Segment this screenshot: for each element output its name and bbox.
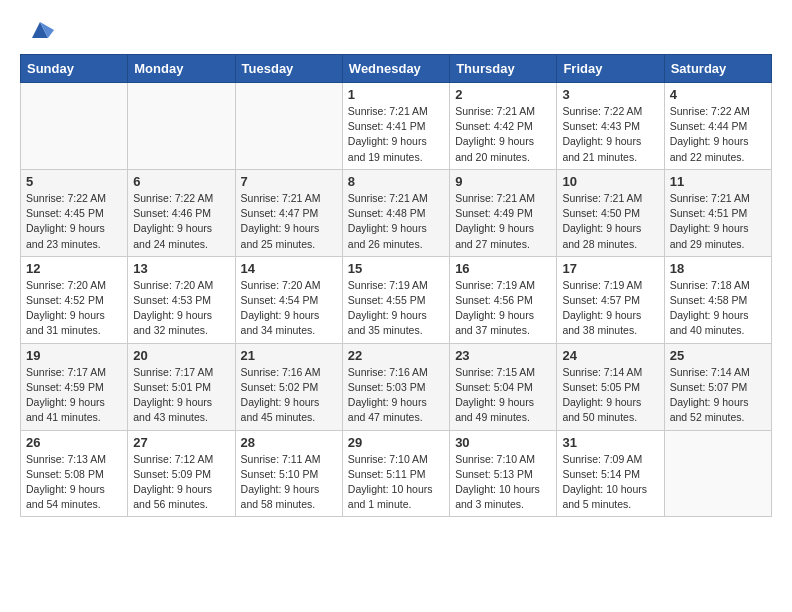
- logo-icon: [26, 16, 54, 44]
- calendar-day-header: Friday: [557, 55, 664, 83]
- cell-content: Sunrise: 7:21 AM Sunset: 4:51 PM Dayligh…: [670, 191, 766, 252]
- calendar-cell: 22Sunrise: 7:16 AM Sunset: 5:03 PM Dayli…: [342, 343, 449, 430]
- calendar-day-header: Thursday: [450, 55, 557, 83]
- day-number: 3: [562, 87, 658, 102]
- calendar-cell: 18Sunrise: 7:18 AM Sunset: 4:58 PM Dayli…: [664, 256, 771, 343]
- cell-content: Sunrise: 7:10 AM Sunset: 5:11 PM Dayligh…: [348, 452, 444, 513]
- day-number: 8: [348, 174, 444, 189]
- calendar-table: SundayMondayTuesdayWednesdayThursdayFrid…: [20, 54, 772, 517]
- calendar-cell: 27Sunrise: 7:12 AM Sunset: 5:09 PM Dayli…: [128, 430, 235, 517]
- cell-content: Sunrise: 7:22 AM Sunset: 4:43 PM Dayligh…: [562, 104, 658, 165]
- calendar-cell: 21Sunrise: 7:16 AM Sunset: 5:02 PM Dayli…: [235, 343, 342, 430]
- calendar-cell: 8Sunrise: 7:21 AM Sunset: 4:48 PM Daylig…: [342, 169, 449, 256]
- calendar-cell: 20Sunrise: 7:17 AM Sunset: 5:01 PM Dayli…: [128, 343, 235, 430]
- cell-content: Sunrise: 7:17 AM Sunset: 4:59 PM Dayligh…: [26, 365, 122, 426]
- calendar-cell: 16Sunrise: 7:19 AM Sunset: 4:56 PM Dayli…: [450, 256, 557, 343]
- calendar-cell: 15Sunrise: 7:19 AM Sunset: 4:55 PM Dayli…: [342, 256, 449, 343]
- calendar-week-row: 26Sunrise: 7:13 AM Sunset: 5:08 PM Dayli…: [21, 430, 772, 517]
- calendar-header-row: SundayMondayTuesdayWednesdayThursdayFrid…: [21, 55, 772, 83]
- cell-content: Sunrise: 7:19 AM Sunset: 4:57 PM Dayligh…: [562, 278, 658, 339]
- day-number: 10: [562, 174, 658, 189]
- calendar-week-row: 12Sunrise: 7:20 AM Sunset: 4:52 PM Dayli…: [21, 256, 772, 343]
- cell-content: Sunrise: 7:22 AM Sunset: 4:45 PM Dayligh…: [26, 191, 122, 252]
- day-number: 16: [455, 261, 551, 276]
- calendar-cell: 28Sunrise: 7:11 AM Sunset: 5:10 PM Dayli…: [235, 430, 342, 517]
- cell-content: Sunrise: 7:21 AM Sunset: 4:42 PM Dayligh…: [455, 104, 551, 165]
- calendar-day-header: Monday: [128, 55, 235, 83]
- day-number: 4: [670, 87, 766, 102]
- calendar-cell: [664, 430, 771, 517]
- day-number: 5: [26, 174, 122, 189]
- calendar-cell: 31Sunrise: 7:09 AM Sunset: 5:14 PM Dayli…: [557, 430, 664, 517]
- calendar-week-row: 1Sunrise: 7:21 AM Sunset: 4:41 PM Daylig…: [21, 83, 772, 170]
- day-number: 17: [562, 261, 658, 276]
- calendar-cell: [235, 83, 342, 170]
- day-number: 31: [562, 435, 658, 450]
- calendar-day-header: Saturday: [664, 55, 771, 83]
- cell-content: Sunrise: 7:12 AM Sunset: 5:09 PM Dayligh…: [133, 452, 229, 513]
- cell-content: Sunrise: 7:22 AM Sunset: 4:44 PM Dayligh…: [670, 104, 766, 165]
- calendar-cell: 3Sunrise: 7:22 AM Sunset: 4:43 PM Daylig…: [557, 83, 664, 170]
- calendar-cell: 11Sunrise: 7:21 AM Sunset: 4:51 PM Dayli…: [664, 169, 771, 256]
- calendar-day-header: Tuesday: [235, 55, 342, 83]
- day-number: 26: [26, 435, 122, 450]
- cell-content: Sunrise: 7:10 AM Sunset: 5:13 PM Dayligh…: [455, 452, 551, 513]
- calendar-day-header: Sunday: [21, 55, 128, 83]
- day-number: 6: [133, 174, 229, 189]
- cell-content: Sunrise: 7:14 AM Sunset: 5:07 PM Dayligh…: [670, 365, 766, 426]
- day-number: 28: [241, 435, 337, 450]
- calendar-cell: 9Sunrise: 7:21 AM Sunset: 4:49 PM Daylig…: [450, 169, 557, 256]
- day-number: 14: [241, 261, 337, 276]
- day-number: 20: [133, 348, 229, 363]
- cell-content: Sunrise: 7:21 AM Sunset: 4:49 PM Dayligh…: [455, 191, 551, 252]
- calendar-week-row: 19Sunrise: 7:17 AM Sunset: 4:59 PM Dayli…: [21, 343, 772, 430]
- day-number: 7: [241, 174, 337, 189]
- calendar-cell: 1Sunrise: 7:21 AM Sunset: 4:41 PM Daylig…: [342, 83, 449, 170]
- calendar-cell: 12Sunrise: 7:20 AM Sunset: 4:52 PM Dayli…: [21, 256, 128, 343]
- calendar-cell: 25Sunrise: 7:14 AM Sunset: 5:07 PM Dayli…: [664, 343, 771, 430]
- day-number: 23: [455, 348, 551, 363]
- calendar-cell: 24Sunrise: 7:14 AM Sunset: 5:05 PM Dayli…: [557, 343, 664, 430]
- cell-content: Sunrise: 7:15 AM Sunset: 5:04 PM Dayligh…: [455, 365, 551, 426]
- day-number: 2: [455, 87, 551, 102]
- calendar-cell: 30Sunrise: 7:10 AM Sunset: 5:13 PM Dayli…: [450, 430, 557, 517]
- day-number: 12: [26, 261, 122, 276]
- cell-content: Sunrise: 7:21 AM Sunset: 4:50 PM Dayligh…: [562, 191, 658, 252]
- cell-content: Sunrise: 7:09 AM Sunset: 5:14 PM Dayligh…: [562, 452, 658, 513]
- cell-content: Sunrise: 7:14 AM Sunset: 5:05 PM Dayligh…: [562, 365, 658, 426]
- calendar-cell: 10Sunrise: 7:21 AM Sunset: 4:50 PM Dayli…: [557, 169, 664, 256]
- cell-content: Sunrise: 7:16 AM Sunset: 5:03 PM Dayligh…: [348, 365, 444, 426]
- logo: [20, 16, 54, 44]
- day-number: 30: [455, 435, 551, 450]
- day-number: 27: [133, 435, 229, 450]
- calendar-week-row: 5Sunrise: 7:22 AM Sunset: 4:45 PM Daylig…: [21, 169, 772, 256]
- cell-content: Sunrise: 7:19 AM Sunset: 4:55 PM Dayligh…: [348, 278, 444, 339]
- calendar-cell: [21, 83, 128, 170]
- cell-content: Sunrise: 7:13 AM Sunset: 5:08 PM Dayligh…: [26, 452, 122, 513]
- cell-content: Sunrise: 7:21 AM Sunset: 4:41 PM Dayligh…: [348, 104, 444, 165]
- day-number: 18: [670, 261, 766, 276]
- day-number: 9: [455, 174, 551, 189]
- cell-content: Sunrise: 7:21 AM Sunset: 4:48 PM Dayligh…: [348, 191, 444, 252]
- cell-content: Sunrise: 7:18 AM Sunset: 4:58 PM Dayligh…: [670, 278, 766, 339]
- page: SundayMondayTuesdayWednesdayThursdayFrid…: [0, 0, 792, 537]
- day-number: 13: [133, 261, 229, 276]
- calendar-cell: 6Sunrise: 7:22 AM Sunset: 4:46 PM Daylig…: [128, 169, 235, 256]
- header: [20, 16, 772, 44]
- calendar-cell: 14Sunrise: 7:20 AM Sunset: 4:54 PM Dayli…: [235, 256, 342, 343]
- day-number: 15: [348, 261, 444, 276]
- cell-content: Sunrise: 7:16 AM Sunset: 5:02 PM Dayligh…: [241, 365, 337, 426]
- calendar-cell: 23Sunrise: 7:15 AM Sunset: 5:04 PM Dayli…: [450, 343, 557, 430]
- day-number: 29: [348, 435, 444, 450]
- day-number: 25: [670, 348, 766, 363]
- calendar-cell: [128, 83, 235, 170]
- cell-content: Sunrise: 7:20 AM Sunset: 4:53 PM Dayligh…: [133, 278, 229, 339]
- day-number: 1: [348, 87, 444, 102]
- cell-content: Sunrise: 7:20 AM Sunset: 4:52 PM Dayligh…: [26, 278, 122, 339]
- day-number: 22: [348, 348, 444, 363]
- cell-content: Sunrise: 7:21 AM Sunset: 4:47 PM Dayligh…: [241, 191, 337, 252]
- calendar-day-header: Wednesday: [342, 55, 449, 83]
- calendar-cell: 13Sunrise: 7:20 AM Sunset: 4:53 PM Dayli…: [128, 256, 235, 343]
- day-number: 24: [562, 348, 658, 363]
- day-number: 11: [670, 174, 766, 189]
